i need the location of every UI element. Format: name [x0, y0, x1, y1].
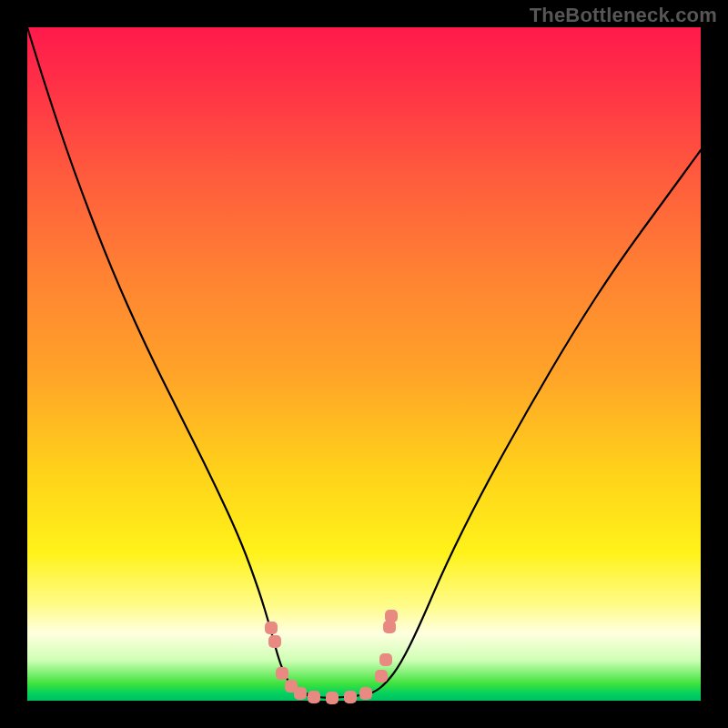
marker-dot	[326, 692, 339, 704]
watermark-text: TheBottleneck.com	[530, 4, 717, 27]
bottleneck-curve	[27, 27, 701, 698]
marker-dot	[268, 635, 281, 648]
curve-layer	[27, 27, 701, 701]
marker-dot	[265, 622, 278, 634]
chart-frame: TheBottleneck.com	[0, 0, 728, 728]
marker-dot	[375, 670, 388, 682]
marker-dot	[359, 687, 372, 700]
plot-area	[27, 27, 701, 701]
marker-dot	[379, 653, 392, 666]
marker-dot	[385, 610, 398, 622]
marker-dot	[308, 691, 320, 703]
marker-dot	[294, 687, 307, 700]
v-curve	[27, 27, 701, 698]
marker-dot	[276, 667, 288, 680]
marker-dot	[383, 621, 396, 633]
marker-dot	[344, 691, 357, 703]
